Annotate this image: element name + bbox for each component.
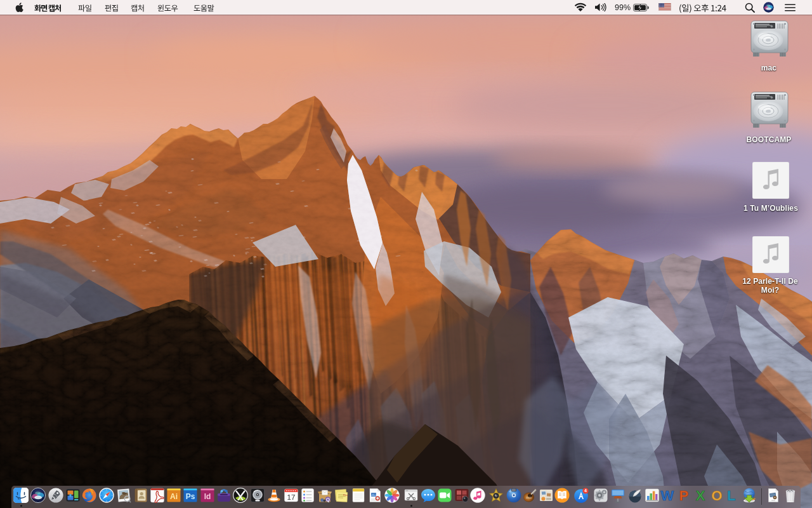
svg-text:Free: Free <box>343 494 348 497</box>
svg-text:Ai: Ai <box>170 492 178 501</box>
svg-text:L: L <box>727 488 735 503</box>
svg-text:W: W <box>661 488 674 503</box>
svg-text:P: P <box>679 488 689 503</box>
svg-text:17: 17 <box>287 493 295 501</box>
svg-text:4: 4 <box>584 488 587 493</box>
svg-text:X: X <box>696 488 705 503</box>
svg-text:O: O <box>711 488 722 503</box>
svg-text:Q: Q <box>325 497 329 502</box>
svg-text:Id: Id <box>204 492 211 501</box>
svg-text:Ps: Ps <box>186 492 195 501</box>
